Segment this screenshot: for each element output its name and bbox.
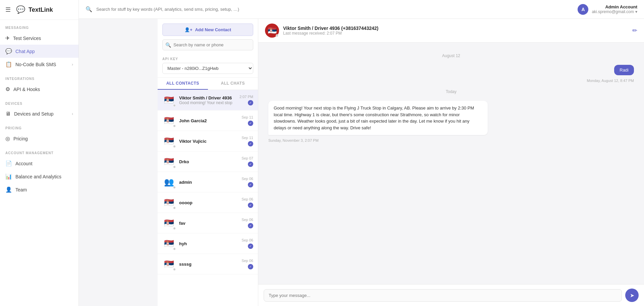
delivered-icon: ✓ — [248, 223, 253, 228]
chat-header: 🇷🇸 Viktor Smith / Driver 4936 (+38163744… — [258, 19, 644, 43]
integrations-section-label: INTEGRATIONS — [0, 71, 78, 83]
chat-messages: August 12 Radi Monday, August 12, 8:47 P… — [258, 43, 644, 284]
contact-name: Viktor Smith / Driver 4936 — [179, 95, 236, 100]
sidebar-item-devices[interactable]: 🖥 Devices and Setup › — [0, 107, 78, 120]
chat-contact-name: Viktor Smith / Driver 4936 (+38163744324… — [283, 26, 628, 31]
contact-avatar: 🇷🇸 — [162, 237, 176, 250]
account-email: aki.spremo@gmail.com ▾ — [592, 9, 637, 14]
sidebar-item-balance[interactable]: 📊 Balance and Analytics — [0, 170, 78, 183]
send-icon: ➤ — [630, 292, 634, 299]
sidebar-item-label: Chat App — [15, 49, 35, 54]
contact-list-item[interactable]: 🇷🇸 Viktor Smith / Driver 4936 Good morni… — [158, 90, 258, 111]
contact-info: Viktor Smith / Driver 4936 Good morning!… — [179, 95, 236, 105]
contact-time: Sep 06 ✓ — [241, 238, 253, 249]
account-name: Admin Account — [592, 4, 637, 9]
contact-name: hyh — [179, 241, 238, 246]
contact-name: John Garcia2 — [179, 118, 238, 123]
contact-time: Sep 07 ✓ — [241, 156, 253, 167]
chevron-right-icon: › — [72, 112, 73, 116]
contacts-actions: 👤+ Add New Contact 🔍 — [158, 19, 258, 54]
contact-list-item[interactable]: 🇷🇸 fav Sep 06 ✓ — [158, 213, 258, 233]
sidebar-item-bulk-sms[interactable]: 📋 No-Code Bulk SMS › — [0, 58, 78, 71]
delivered-icon: ✓ — [248, 182, 253, 187]
sidebar-item-test-services[interactable]: ✈ Test Services — [0, 32, 78, 45]
sidebar-item-api-hooks[interactable]: ⚙ API & Hooks — [0, 83, 78, 96]
contact-time-label: Sep 06 — [241, 218, 253, 222]
sidebar-item-team[interactable]: 👤 Team — [0, 183, 78, 196]
contact-time-label: Sep 11 — [241, 115, 253, 119]
contact-time-label: Sep 06 — [241, 197, 253, 201]
contact-time: Sep 06 ✓ — [241, 259, 253, 269]
sidebar-item-label: Account — [15, 161, 33, 166]
contact-time-label: 2:07 PM — [239, 95, 253, 99]
contact-list-item[interactable]: 🇷🇸 Drko Sep 07 ✓ — [158, 151, 258, 172]
sidebar-item-label: Test Services — [13, 36, 41, 41]
search-contacts-input[interactable] — [162, 39, 253, 50]
global-search-input[interactable] — [96, 7, 574, 12]
contact-list-item[interactable]: 🇷🇸 hyh Sep 06 ✓ — [158, 233, 258, 254]
contact-avatar: 🇷🇸 — [162, 196, 176, 209]
sidebar-item-label: Team — [15, 187, 27, 192]
contact-time-label: Sep 06 — [241, 238, 253, 242]
sidebar: ☰ 💬 TextLink MESSAGING ✈ Test Services 💬… — [0, 0, 79, 306]
logo-text: TextLink — [29, 6, 53, 13]
contact-name: ssssg — [179, 262, 238, 267]
contact-time-label: Sep 11 — [241, 136, 253, 140]
analytics-icon: 📊 — [5, 173, 12, 180]
contact-time: Sep 11 ✓ — [241, 136, 253, 146]
sidebar-item-pricing[interactable]: ◎ Pricing — [0, 132, 78, 145]
messaging-section-label: MESSAGING — [0, 20, 78, 32]
chat-panel: 🇷🇸 Viktor Smith / Driver 4936 (+38163744… — [258, 19, 644, 306]
contact-list-item[interactable]: 🇷🇸 oooop Sep 06 ✓ — [158, 192, 258, 213]
add-contact-button[interactable]: 👤+ Add New Contact — [162, 24, 253, 36]
edit-contact-icon[interactable]: ✏ — [632, 27, 637, 34]
topbar: 🔍 A Admin Account aki.spremo@gmail.com ▾ — [79, 0, 644, 19]
api-key-section: API KEY Master - n280iO...Z1gHwb — [158, 54, 258, 78]
sidebar-item-label: Devices and Setup — [14, 111, 54, 117]
contact-time: 2:07 PM ✓ — [239, 95, 253, 105]
contacts-panel: 👤+ Add New Contact 🔍 API KEY Master - n2… — [158, 19, 258, 306]
sidebar-header: ☰ 💬 TextLink — [0, 0, 78, 20]
logo-icon: 💬 — [16, 5, 25, 14]
sidebar-item-account[interactable]: 📄 Account — [0, 157, 78, 170]
contact-info: ssssg — [179, 262, 238, 267]
contact-list-item[interactable]: 👥 admin Sep 06 ✓ — [158, 172, 258, 192]
list-icon: 📋 — [5, 61, 12, 68]
delivered-icon: ✓ — [248, 264, 253, 269]
search-contacts-icon: 🔍 — [165, 42, 171, 48]
team-icon: 👤 — [5, 186, 12, 193]
chat-header-info: Viktor Smith / Driver 4936 (+38163744324… — [283, 26, 628, 36]
sidebar-item-chat-app[interactable]: 💬 Chat App — [0, 45, 78, 58]
add-person-icon: 👤+ — [184, 27, 193, 32]
tab-all-contacts[interactable]: ALL CONTACTS — [158, 78, 208, 90]
delivered-icon: ✓ — [248, 244, 253, 249]
dropdown-arrow-icon[interactable]: ▾ — [635, 9, 637, 14]
message-bubble-sent-short: Radi — [614, 65, 634, 75]
tab-all-chats[interactable]: ALL CHATS — [208, 78, 258, 90]
delivered-icon: ✓ — [248, 100, 253, 105]
delivered-icon: ✓ — [248, 121, 253, 126]
contact-list-item[interactable]: 🇷🇸 John Garcia2 Sep 11 ✓ — [158, 111, 258, 131]
topbar-right: A Admin Account aki.spremo@gmail.com ▾ — [578, 4, 637, 15]
contact-avatar: 👥 — [162, 175, 176, 189]
paper-plane-icon: ✈ — [5, 35, 10, 41]
contact-time: Sep 06 ✓ — [241, 197, 253, 208]
message-time-received: Sunday, November 3, 2:07 PM — [268, 138, 319, 142]
contact-time: Sep 06 ✓ — [241, 177, 253, 187]
contact-info: oooop — [179, 200, 238, 205]
api-key-select[interactable]: Master - n280iO...Z1gHwb — [162, 63, 253, 74]
contact-name: Drko — [179, 159, 238, 164]
chat-input[interactable] — [264, 289, 622, 302]
sidebar-item-label: Pricing — [13, 136, 28, 141]
contact-avatar: 🇷🇸 — [162, 155, 176, 168]
send-button[interactable]: ➤ — [625, 289, 639, 302]
contact-list-item[interactable]: 🇷🇸 ssssg Sep 06 ✓ — [158, 254, 258, 274]
sidebar-item-label: API & Hooks — [13, 87, 40, 92]
contact-list-item[interactable]: 🇷🇸 Viktor Vujicic Sep 11 ✓ — [158, 131, 258, 151]
devices-section-label: DEVICES — [0, 96, 78, 107]
api-icon: ⚙ — [5, 86, 10, 92]
sidebar-item-label: No-Code Bulk SMS — [15, 62, 56, 67]
chevron-right-icon: › — [72, 62, 73, 67]
hamburger-icon[interactable]: ☰ — [5, 6, 11, 13]
contact-avatar: 🇷🇸 — [162, 257, 176, 271]
